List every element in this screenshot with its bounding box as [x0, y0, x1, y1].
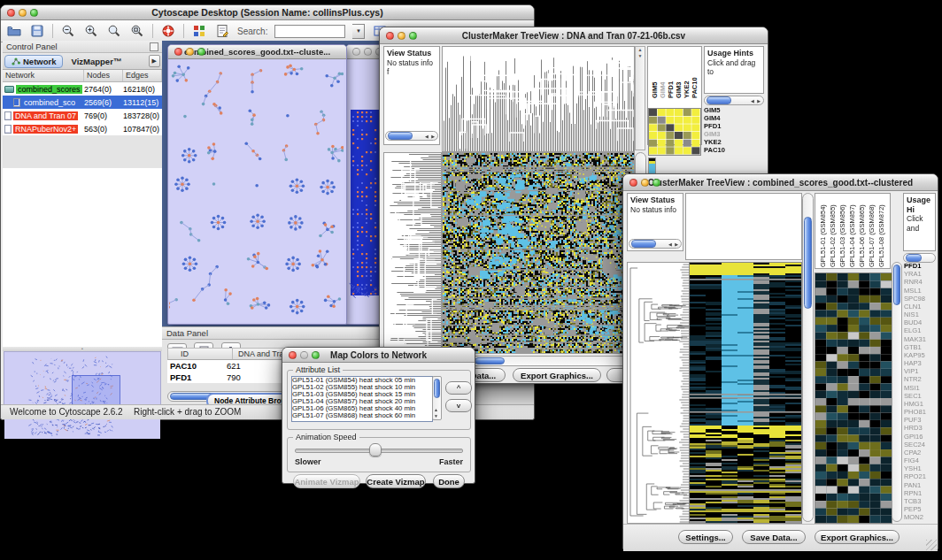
- heatmap-hscroll-thumb[interactable]: [475, 357, 505, 364]
- gene-label[interactable]: TCB3: [904, 497, 937, 505]
- gene-label[interactable]: MSI1: [904, 384, 937, 392]
- global-vscrollbar[interactable]: [802, 193, 814, 522]
- close-button[interactable]: [289, 351, 297, 359]
- resize-grip[interactable]: [926, 540, 937, 550]
- gene-label[interactable]: SEC1: [904, 392, 937, 400]
- gene-label[interactable]: NTR2: [904, 375, 937, 383]
- help-lifesaver-icon[interactable]: [160, 23, 176, 39]
- network-overview-panel[interactable]: [4, 351, 161, 404]
- global-heatmap-canvas[interactable]: [689, 262, 802, 524]
- network-table-row[interactable]: RNAPuberNov2+ 563(0) 107847(0): [3, 122, 162, 135]
- network-overview-canvas[interactable]: [4, 352, 160, 439]
- dialog-titlebar[interactable]: Map Colors to Network: [282, 348, 475, 363]
- network-view-canvas-1[interactable]: [169, 60, 344, 322]
- gene-label[interactable]: PEP5: [904, 505, 937, 513]
- gene-label[interactable]: CLN1: [904, 303, 937, 311]
- column-label[interactable]: GIM5: [651, 49, 659, 98]
- column-label[interactable]: GPL51-06 (GSM865): [858, 195, 868, 267]
- close-button[interactable]: [174, 48, 182, 56]
- gene-label[interactable]: PFD1: [704, 122, 743, 130]
- search-input[interactable]: [274, 25, 345, 38]
- zoom-heatmap-canvas[interactable]: [648, 108, 701, 156]
- gene-label[interactable]: GTB1: [904, 343, 937, 351]
- gene-label[interactable]: RPO21: [904, 472, 937, 480]
- close-button[interactable]: [629, 179, 637, 187]
- gene-label[interactable]: NIS1: [904, 311, 937, 318]
- gene-label[interactable]: PHO81: [904, 408, 937, 416]
- done-button[interactable]: Done: [433, 474, 465, 488]
- zoom-button[interactable]: [197, 48, 205, 56]
- save-data-button[interactable]: Save Data...: [742, 530, 806, 544]
- annotation-icon[interactable]: [214, 23, 230, 39]
- treeview1-titlebar[interactable]: ClusterMaker TreeView : DNA and Tran 07-…: [380, 27, 768, 44]
- column-label[interactable]: PFD1: [667, 49, 675, 98]
- attribute-scroll-thumb[interactable]: [434, 379, 440, 398]
- attribute-list-item[interactable]: GPL51-07 (GSM868) heat shock 60 min: [292, 412, 432, 419]
- minimize-button[interactable]: [300, 351, 308, 359]
- column-label[interactable]: GPL51-01 (GSM854): [819, 195, 829, 267]
- gene-label[interactable]: PAC10: [704, 146, 743, 154]
- scroll-down-arrow[interactable]: ▼: [434, 413, 438, 418]
- main-titlebar[interactable]: Cytoscape Desktop (Session Name: collins…: [1, 5, 534, 20]
- view-status-scrollbar[interactable]: ◀ ▶: [629, 239, 682, 249]
- view-status-scrollbar[interactable]: ◀ ▶: [385, 131, 438, 141]
- global-vscroll-thumb[interactable]: [804, 217, 812, 309]
- close-button[interactable]: [386, 32, 394, 40]
- column-label[interactable]: PAC10: [691, 49, 699, 98]
- gene-label[interactable]: HMG1: [904, 400, 937, 408]
- column-label[interactable]: GPL51-02 (GSM855): [829, 195, 838, 267]
- gene-label[interactable]: PAN1: [904, 481, 937, 489]
- gene-label[interactable]: ELG1: [904, 326, 937, 334]
- create-vizmap-button[interactable]: Create Vizmap: [366, 474, 426, 488]
- column-label[interactable]: YKE2: [683, 49, 691, 98]
- column-label[interactable]: GIM3: [675, 49, 683, 98]
- attribute-list-scrollbar[interactable]: ▲ ▼: [432, 376, 442, 420]
- column-dendrogram-panel[interactable]: [685, 193, 802, 260]
- column-dendrogram-canvas[interactable]: [442, 46, 635, 152]
- move-up-button[interactable]: ^: [445, 381, 472, 395]
- float-panel-icon[interactable]: [150, 42, 158, 51]
- gene-label[interactable]: FIG4: [904, 456, 937, 464]
- column-label[interactable]: GPL51-03 (GSM856): [838, 195, 848, 267]
- gene-label[interactable]: GIM4: [704, 114, 743, 122]
- close-button[interactable]: [352, 48, 360, 56]
- settings-button[interactable]: Settings...: [678, 530, 733, 544]
- close-button[interactable]: [7, 9, 15, 17]
- zoom-out-icon[interactable]: [60, 23, 76, 39]
- column-label[interactable]: GIM4: [659, 49, 667, 98]
- usage-hints-scrollbar[interactable]: ◀ ▶: [704, 96, 764, 105]
- gene-label[interactable]: CPA2: [904, 449, 937, 456]
- gene-label[interactable]: SEC24: [904, 441, 937, 449]
- tab-vizmapper[interactable]: VizMapper™: [65, 56, 127, 67]
- zoom-selected-icon[interactable]: [129, 23, 145, 39]
- open-file-icon[interactable]: [6, 23, 22, 39]
- network-table-row[interactable]: DNA and Tran 07 769(0) 183728(0): [3, 109, 162, 122]
- minimize-button[interactable]: [641, 179, 649, 187]
- gene-label[interactable]: KAP95: [904, 351, 937, 359]
- zoom-button[interactable]: [652, 179, 660, 187]
- gene-label[interactable]: VIP1: [904, 367, 937, 375]
- gene-label[interactable]: YSH1: [904, 464, 937, 472]
- scroll-up-arrow[interactable]: ▲: [434, 407, 438, 412]
- gene-label[interactable]: GPI16: [904, 433, 937, 441]
- zoom-button[interactable]: [409, 32, 417, 40]
- zoom-heatmap-canvas[interactable]: [815, 272, 892, 524]
- gene-label[interactable]: YRA1: [904, 270, 937, 278]
- animate-vizmap-button[interactable]: Animate Vizmap: [293, 474, 360, 488]
- network-table-row[interactable]: combined_scores 2764(0) 16218(0): [3, 82, 162, 96]
- gene-label[interactable]: PFD1: [904, 262, 937, 270]
- gene-label[interactable]: MON2: [904, 513, 937, 521]
- tab-network[interactable]: Network: [4, 55, 63, 68]
- minimize-button[interactable]: [186, 48, 194, 56]
- row-dendrogram-canvas[interactable]: [383, 152, 442, 354]
- gene-label[interactable]: MAK31: [904, 335, 937, 343]
- gene-label[interactable]: RNR4: [904, 278, 937, 286]
- column-label[interactable]: GPL51-08 (GSM872): [877, 195, 887, 267]
- gene-label[interactable]: HAP3: [904, 359, 937, 367]
- move-down-button[interactable]: v: [445, 399, 472, 412]
- minimize-button[interactable]: [398, 32, 405, 40]
- gene-list-vscroll-thumb[interactable]: [893, 265, 900, 305]
- minimize-button[interactable]: [364, 48, 372, 56]
- export-graphics-button[interactable]: Export Graphics...: [513, 368, 601, 382]
- gene-label[interactable]: PUF3: [904, 416, 937, 424]
